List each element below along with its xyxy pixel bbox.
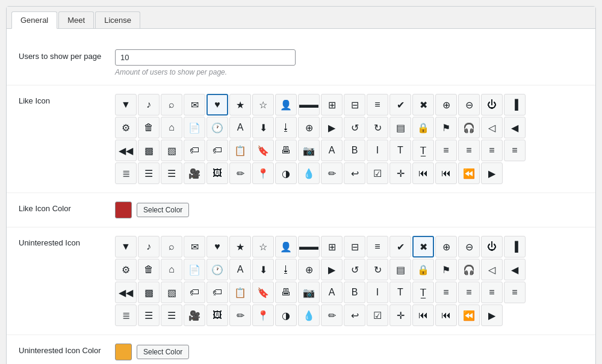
icon-cell[interactable]: 📷 [298,140,320,161]
icon-cell[interactable]: ✏ [229,304,251,326]
icon-cell[interactable]: 💧 [298,162,320,184]
icon-cell[interactable]: I [367,140,388,161]
icon-cell[interactable]: ✖ [412,236,434,258]
icon-cell[interactable]: 🎧 [458,259,480,280]
icon-cell[interactable]: ⏻ [481,94,503,116]
icon-cell[interactable]: ≡ [435,282,457,303]
icon-cell[interactable]: ▩ [138,282,160,303]
icon-cell[interactable]: ✖ [412,94,434,116]
icon-cell[interactable]: 📄 [184,117,205,138]
icon-cell[interactable]: ⊖ [458,236,480,258]
icon-cell[interactable]: 🔖 [252,282,274,303]
icon-cell[interactable]: ⏮ [412,304,434,326]
icon-cell[interactable]: ▬▬ [298,236,320,258]
icon-cell[interactable]: 📄 [184,259,205,280]
icon-cell[interactable]: T̲ [412,282,434,303]
icon-cell[interactable]: 🔒 [412,117,434,138]
icon-cell[interactable]: ⏮ [435,304,457,326]
icon-cell[interactable]: 🏷 [184,140,205,161]
icon-cell[interactable]: 🖼 [206,162,228,184]
icon-cell[interactable]: 🖶 [275,140,297,161]
icon-cell[interactable]: ♪ [138,236,160,258]
icon-cell[interactable]: ≡ [481,282,503,303]
icon-cell[interactable]: ◑ [275,162,297,184]
icon-cell[interactable]: ≣ [115,304,137,326]
icon-cell[interactable]: ⊟ [344,94,365,116]
icon-cell[interactable]: ⌂ [161,117,182,138]
icon-cell[interactable]: 🗑 [138,259,160,280]
icon-cell[interactable]: 🕐 [206,259,228,280]
icon-cell[interactable]: ✛ [389,162,411,184]
icon-cell[interactable]: 🏷 [206,282,228,303]
icon-cell[interactable]: ⬇ [252,117,274,138]
icon-cell[interactable]: ☰ [138,304,160,326]
icon-cell[interactable]: ⚙ [115,259,137,280]
icon-cell[interactable]: ▼ [115,236,137,258]
icon-cell[interactable]: T [389,140,411,161]
icon-cell[interactable]: ♥ [206,94,228,116]
icon-cell[interactable]: ◀◀ [115,140,137,161]
icon-cell[interactable]: ↻ [367,117,388,138]
icon-cell[interactable]: ✔ [389,94,411,116]
icon-cell[interactable]: ↻ [367,259,388,280]
icon-cell[interactable]: 🎧 [458,117,480,138]
icon-cell[interactable]: ▩ [138,140,160,161]
tab-license[interactable]: License [95,11,140,28]
icon-cell[interactable]: ↺ [344,117,365,138]
icon-cell[interactable]: ◀ [504,117,526,138]
icon-cell[interactable]: 📍 [252,162,274,184]
icon-cell[interactable]: ⚑ [435,259,457,280]
icon-cell[interactable]: ⌕ [161,94,182,116]
icon-cell[interactable]: ▤ [389,117,411,138]
icon-cell[interactable]: ≡ [367,94,388,116]
icon-cell[interactable]: ≡ [481,140,503,161]
icon-cell[interactable]: ⏪ [458,162,480,184]
users-per-page-input[interactable] [115,49,296,66]
icon-cell[interactable]: ▶ [321,259,343,280]
icon-cell[interactable]: ▤ [389,259,411,280]
like-select-color-button[interactable]: Select Color [137,203,189,217]
icon-cell[interactable]: ▐ [504,94,526,116]
icon-cell[interactable]: ★ [229,94,251,116]
icon-cell[interactable]: 🔖 [252,140,274,161]
icon-cell[interactable]: ↺ [344,259,365,280]
icon-cell[interactable]: ⊟ [344,236,365,258]
icon-cell[interactable]: 📷 [298,282,320,303]
icon-cell[interactable]: ✏ [321,162,343,184]
icon-cell[interactable]: ▶ [321,117,343,138]
icon-cell[interactable]: 🗑 [138,117,160,138]
icon-cell[interactable]: ◁ [481,259,503,280]
icon-cell[interactable]: ▐ [504,236,526,258]
icon-cell[interactable]: 📍 [252,304,274,326]
icon-cell[interactable]: ⊕ [435,94,457,116]
icon-cell[interactable]: ⊞ [321,94,343,116]
icon-cell[interactable]: ▧ [161,282,182,303]
icon-cell[interactable]: ⊕ [298,259,320,280]
icon-cell[interactable]: ⏮ [412,162,434,184]
icon-cell[interactable]: ♥ [206,236,228,258]
icon-cell[interactable]: A [229,259,251,280]
icon-cell[interactable]: 📋 [229,140,251,161]
icon-cell[interactable]: ⬇ [252,259,274,280]
icon-cell[interactable]: ✔ [389,236,411,258]
icon-cell[interactable]: 💧 [298,304,320,326]
icon-cell[interactable]: ≡ [504,282,526,303]
icon-cell[interactable]: A [321,140,343,161]
icon-cell[interactable]: ≡ [458,140,480,161]
icon-cell[interactable]: 📋 [229,282,251,303]
icon-cell[interactable]: ☰ [138,162,160,184]
icon-cell[interactable]: ▶ [481,304,503,326]
tab-general[interactable]: General [11,11,57,29]
icon-cell[interactable]: B [344,140,365,161]
icon-cell[interactable]: ⏮ [435,162,457,184]
icon-cell[interactable]: 🏷 [184,282,205,303]
icon-cell[interactable]: ☆ [252,94,274,116]
icon-cell[interactable]: ⌕ [161,236,182,258]
tab-meet[interactable]: Meet [58,11,94,28]
icon-cell[interactable]: 🖼 [206,304,228,326]
icon-cell[interactable]: ⭳ [275,117,297,138]
icon-cell[interactable]: ⏻ [481,236,503,258]
icon-cell[interactable]: 🔒 [412,259,434,280]
icon-cell[interactable]: B [344,282,365,303]
icon-cell[interactable]: ✉ [184,94,205,116]
